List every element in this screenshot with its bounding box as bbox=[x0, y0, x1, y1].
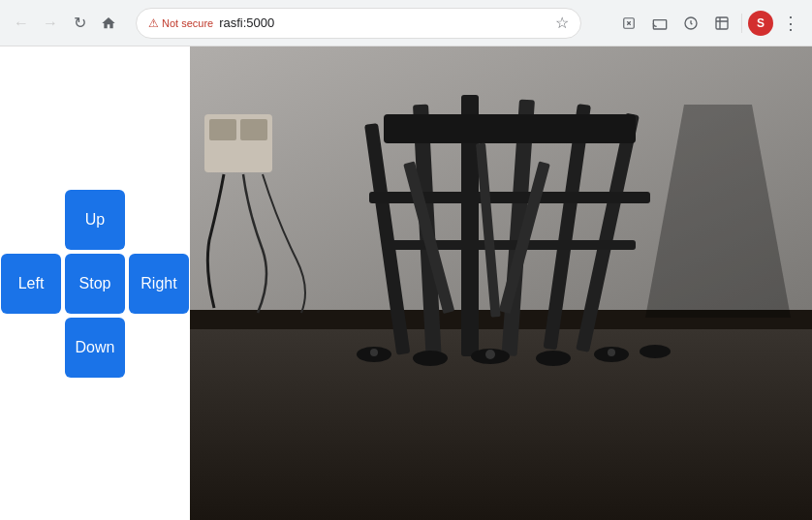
nav-buttons: ← → ↻ bbox=[8, 10, 122, 37]
svg-rect-3 bbox=[653, 19, 666, 28]
middle-row: Left Stop Right bbox=[1, 254, 189, 314]
down-button[interactable]: Down bbox=[65, 318, 125, 378]
back-button[interactable]: ← bbox=[8, 10, 35, 37]
scene-overlay bbox=[190, 46, 812, 520]
svg-point-22 bbox=[413, 351, 448, 366]
up-button[interactable]: Up bbox=[65, 190, 125, 250]
svg-rect-6 bbox=[190, 318, 812, 520]
svg-point-26 bbox=[640, 345, 671, 358]
bookmark-button[interactable]: ☆ bbox=[555, 14, 569, 32]
down-row: Down bbox=[65, 318, 125, 378]
svg-rect-19 bbox=[384, 240, 636, 250]
address-bar[interactable]: ⚠ Not secure rasfi:5000 ☆ bbox=[136, 8, 581, 39]
menu-button[interactable]: ⋮ bbox=[777, 10, 804, 37]
toolbar-icons: S ⋮ bbox=[615, 10, 804, 37]
svg-rect-20 bbox=[384, 114, 636, 143]
url-text: rasfi:5000 bbox=[219, 15, 549, 30]
home-button[interactable] bbox=[95, 10, 122, 37]
performance-button[interactable] bbox=[677, 10, 704, 37]
up-row: Up bbox=[65, 190, 125, 250]
reload-button[interactable]: ↻ bbox=[66, 10, 93, 37]
left-button[interactable]: Left bbox=[1, 254, 61, 314]
svg-rect-10 bbox=[240, 119, 267, 140]
scene bbox=[190, 46, 812, 520]
camera-feed bbox=[190, 46, 812, 520]
not-secure-label: Not secure bbox=[162, 17, 213, 29]
controls-panel: Up Left Stop Right Down bbox=[0, 46, 190, 520]
svg-point-29 bbox=[608, 349, 615, 356]
profile-button[interactable]: S bbox=[748, 11, 773, 36]
not-secure-badge: ⚠ Not secure bbox=[148, 16, 213, 30]
svg-point-24 bbox=[536, 351, 571, 366]
page-content: Up Left Stop Right Down bbox=[0, 46, 812, 520]
svg-point-27 bbox=[370, 349, 378, 356]
browser-chrome: ← → ↻ ⚠ Not secure rasfi:5000 ☆ S ⋮ bbox=[0, 0, 812, 46]
svg-point-28 bbox=[485, 350, 495, 359]
extensions-button[interactable] bbox=[708, 10, 735, 37]
close-tab-button[interactable] bbox=[615, 10, 642, 37]
warning-icon: ⚠ bbox=[148, 16, 159, 30]
svg-rect-9 bbox=[209, 119, 236, 140]
cast-button[interactable] bbox=[646, 10, 673, 37]
stop-button[interactable]: Stop bbox=[65, 254, 125, 314]
forward-button[interactable]: → bbox=[37, 10, 64, 37]
right-button[interactable]: Right bbox=[129, 254, 189, 314]
divider bbox=[741, 14, 742, 33]
controls-grid: Up Left Stop Right Down bbox=[1, 190, 189, 378]
